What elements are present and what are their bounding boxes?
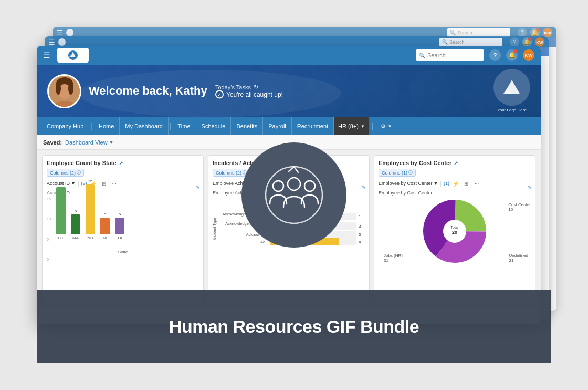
bg3-search-box[interactable]: 🔍 Search (447, 28, 510, 37)
hero-profile: Welcome back, Kathy (47, 74, 207, 108)
tasks-label: Today's Tasks (215, 84, 251, 90)
svg-text:Total: Total (451, 225, 459, 229)
employee-count-toolbar: Columns (2) ⓘ (47, 169, 199, 177)
nav-my-dashboard[interactable]: My Dashboard (120, 117, 169, 135)
bg2-search-icon: 🔍 (442, 39, 448, 45)
nav-settings[interactable]: ⚙ ▼ (375, 117, 397, 135)
y-label-0: 0 (47, 258, 54, 261)
refresh-icon[interactable]: ↻ (254, 84, 258, 90)
filter-caret: ▼ (71, 181, 76, 186)
columns-info-icon: ⓘ (77, 170, 81, 176)
bottom-overlay: Human Resources GIF Bundle (37, 290, 551, 363)
hbar-label-4: Ac... (221, 240, 268, 244)
cost-center-card: Employees by Cost Center ↗ Columns (1) ⓘ… (374, 155, 536, 302)
dashboard-view-dropdown[interactable]: Dashboard View ▼ (65, 139, 113, 146)
search-input[interactable] (427, 52, 481, 58)
logo-circle (494, 69, 530, 106)
cost-center-columns-icon[interactable]: ⊞ (462, 179, 470, 188)
hero-section: Welcome back, Kathy Today's Tasks ↻ ✓ Yo… (37, 65, 541, 117)
nav-recruitment[interactable]: Recruitment (292, 117, 334, 135)
svg-point-20 (304, 181, 315, 191)
cost-center-caret: ▼ (434, 181, 438, 186)
cost-center-filter[interactable]: Employee by Cost Center ▼ (379, 181, 438, 186)
svg-text:20: 20 (452, 230, 457, 235)
incidents-columns-chip[interactable]: Columns (2) ⓘ (213, 169, 250, 177)
cost-center-expand-icon[interactable]: ↗ (454, 160, 458, 166)
cost-center-filter-bar: Employee by Cost Center ▼ | (1) ⚡ ⊞ ··· (379, 179, 531, 188)
legend-undefined: Undefined (509, 253, 528, 258)
pie-chart-container: Total 20 Cost Center 15 Jobs (HR) 31 Und… (379, 197, 531, 265)
settings-gear-icon: ⚙ (381, 123, 386, 130)
svg-point-19 (288, 178, 300, 190)
hero-logo-area: Your Logo Here (494, 69, 530, 113)
columns-chip[interactable]: Columns (2) ⓘ (47, 169, 84, 177)
nav-home[interactable]: Home (93, 117, 120, 135)
main-search-box[interactable]: 🔍 (416, 49, 484, 61)
svg-point-18 (273, 181, 284, 191)
nav-company-hub[interactable]: Company Hub (41, 117, 89, 135)
hr-people-icon (262, 166, 326, 224)
hbar-count-4: 4 (359, 240, 365, 244)
bg3-menu-icon[interactable]: ☰ (57, 29, 63, 37)
cost-center-filter-icon[interactable]: ⚡ (452, 179, 460, 188)
main-navigation: Company Hub | Home My Dashboard | Time S… (37, 117, 541, 135)
legend-jobs-val: 31 (384, 258, 403, 263)
nav-time[interactable]: Time (173, 117, 196, 135)
incidents-edit-icon[interactable]: ✎ (362, 184, 366, 190)
columns-icon[interactable]: ⊞ (100, 179, 108, 188)
employee-bar-chart-area: 0 5 10 15 14 CT (47, 197, 199, 271)
pie-chart-svg: Total 20 (421, 197, 489, 265)
y-axis-label: Incident Type (213, 208, 216, 250)
bg2-search-placeholder: Search (449, 39, 465, 45)
avatar-image (49, 76, 80, 107)
logo-mountain-icon (67, 50, 79, 60)
cost-center-more-icon[interactable]: ··· (472, 179, 481, 188)
cost-center-title: Employees by Cost Center ↗ (379, 160, 531, 166)
nav-divider-3: | (370, 122, 376, 130)
bar-ct-fill (56, 187, 66, 234)
logo-box (57, 48, 89, 63)
svg-point-6 (56, 82, 61, 95)
bar-nh-fill (86, 184, 95, 234)
nav-benefits[interactable]: Benefits (231, 117, 263, 135)
profile-avatar (47, 74, 81, 108)
menu-icon[interactable]: ☰ (43, 50, 50, 60)
nav-hr[interactable]: HR (8+) ▼ (334, 117, 370, 135)
legend-undefined-val: 21 (509, 258, 528, 263)
cost-center-info-icon: ⓘ (408, 170, 413, 176)
hbar-count-2: 3 (359, 224, 365, 229)
notification-icon[interactable]: 🔔 (506, 49, 518, 61)
settings-caret-icon: ▼ (387, 124, 392, 129)
bar-ri: 5 RI (100, 212, 110, 240)
search-magnifier-icon: 🔍 (419, 53, 425, 58)
bg2-search-box[interactable]: 🔍 Search (439, 38, 502, 46)
user-avatar[interactable]: KW (523, 49, 534, 61)
hr-icon-overlay (242, 142, 346, 248)
tasks-status: ✓ You're all caught up! (215, 90, 283, 99)
bar-tx: 5 TX (115, 212, 124, 240)
more-icon[interactable]: ··· (110, 179, 119, 188)
bg3-search-icon: 🔍 (450, 30, 456, 35)
x-axis-label: State (47, 250, 199, 254)
hero-tasks: Today's Tasks ↻ ✓ You're all caught up! (215, 84, 283, 99)
check-icon: ✓ (215, 90, 224, 99)
filter-divider: | (78, 181, 79, 187)
nav-schedule[interactable]: Schedule (196, 117, 232, 135)
legend-jobs: Jobs (HR) (384, 253, 403, 258)
svg-point-7 (68, 82, 74, 95)
bar-ct: 14 CT (56, 181, 66, 240)
nav-divider-2: | (169, 122, 173, 130)
employee-count-expand-icon[interactable]: ↗ (119, 160, 123, 166)
nav-payroll[interactable]: Payroll (263, 117, 292, 135)
logo-mountain-svg (502, 79, 522, 96)
dashboard-view-label: Dashboard View (65, 139, 108, 146)
legend-cost-center: Cost Center (508, 202, 531, 207)
tasks-header: Today's Tasks ↻ (215, 84, 283, 90)
pie-legend-jobs: Jobs (HR) 31 (384, 253, 403, 263)
help-icon[interactable]: ? (489, 49, 501, 61)
edit-icon[interactable]: ✎ (196, 184, 200, 190)
bar-ri-fill (100, 218, 110, 234)
cost-center-edit-icon[interactable]: ✎ (528, 184, 532, 190)
cost-center-columns-chip[interactable]: Columns (1) ⓘ (379, 169, 416, 177)
bg2-menu-icon[interactable]: ☰ (49, 38, 55, 46)
